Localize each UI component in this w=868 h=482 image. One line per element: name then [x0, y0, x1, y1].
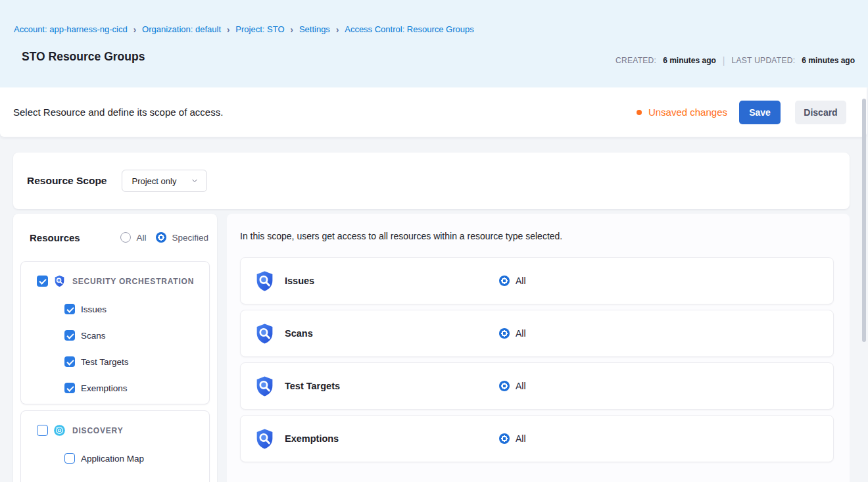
radio-all[interactable]: All — [120, 232, 146, 243]
resource-child-label: Scans — [81, 331, 106, 341]
discard-button[interactable]: Discard — [795, 101, 846, 124]
page-header: Account: app-harness-ng-cicd › Organizat… — [0, 0, 868, 87]
chevron-right-icon: › — [133, 24, 136, 35]
chevron-right-icon: › — [227, 24, 229, 35]
shield-scan-icon — [254, 375, 276, 397]
access-radio-all[interactable]: All — [499, 328, 526, 339]
meta-divider: | — [723, 55, 725, 66]
vertical-scrollbar[interactable] — [862, 99, 866, 342]
shield-scan-icon — [53, 275, 66, 287]
page-title: STO Resource Groups — [22, 50, 145, 64]
scope-detail-panel: In this scope, users get access to all r… — [227, 214, 850, 482]
resource-row-label: Test Targets — [285, 381, 499, 391]
access-radio-label: All — [516, 433, 526, 444]
radio-all-icon[interactable] — [120, 232, 131, 243]
radio-specified-label: Specified — [172, 233, 208, 243]
checkbox-icon[interactable] — [64, 356, 75, 367]
toolbar-description: Select Resource and define its scope of … — [13, 107, 637, 118]
resource-row-scans: Scans All — [240, 310, 834, 357]
breadcrumb-access-control[interactable]: Access Control: Resource Groups — [345, 24, 474, 34]
resource-row-label: Scans — [285, 328, 499, 339]
access-radio-label: All — [516, 381, 526, 391]
record-meta: CREATED: 6 minutes ago | LAST UPDATED: 6… — [615, 55, 855, 66]
access-radio-all[interactable]: All — [499, 381, 526, 391]
resource-child-label: Exemptions — [81, 383, 128, 393]
access-radio-label: All — [516, 328, 526, 339]
checkbox-icon[interactable] — [64, 330, 75, 341]
group-checkbox[interactable] — [37, 425, 48, 436]
access-radio-all[interactable]: All — [499, 276, 526, 286]
discovery-icon — [53, 424, 66, 437]
action-toolbar: Select Resource and define its scope of … — [0, 87, 867, 137]
resources-title: Resources — [30, 232, 110, 243]
resource-row-exemptions: Exemptions All — [240, 415, 834, 462]
unsaved-changes-label: Unsaved changes — [648, 107, 727, 118]
chevron-down-icon — [191, 177, 199, 185]
resource-scope-selected-value: Project only — [132, 176, 176, 186]
breadcrumb-account[interactable]: Account: app-harness-ng-cicd — [14, 24, 128, 34]
resource-scope-select[interactable]: Project only — [122, 170, 207, 192]
radio-all-label: All — [136, 233, 146, 243]
resource-group-security-orchestration: SECURITY ORCHESTRATION Issues Scans Test… — [20, 261, 210, 404]
breadcrumb-organization[interactable]: Organization: default — [142, 24, 221, 34]
group-label: SECURITY ORCHESTRATION — [72, 277, 194, 286]
shield-scan-icon — [254, 428, 276, 450]
radio-specified[interactable]: Specified — [156, 232, 208, 243]
resource-row-issues: Issues All — [240, 257, 834, 304]
checkbox-icon[interactable] — [64, 304, 75, 314]
unsaved-changes-indicator: Unsaved changes — [637, 107, 727, 118]
resource-child-label: Issues — [81, 304, 107, 314]
created-value: 6 minutes ago — [663, 56, 716, 65]
breadcrumb: Account: app-harness-ng-cicd › Organizat… — [14, 24, 474, 34]
resource-checkbox-scans[interactable]: Scans — [21, 322, 209, 349]
save-button[interactable]: Save — [739, 101, 781, 124]
resource-row-label: Exemptions — [285, 433, 499, 444]
access-radio-all[interactable]: All — [499, 433, 526, 444]
access-radio-label: All — [516, 276, 526, 286]
resource-row-label: Issues — [285, 276, 499, 286]
last-updated-value: 6 minutes ago — [802, 56, 855, 65]
breadcrumb-project[interactable]: Project: STO — [235, 24, 284, 34]
created-label: CREATED: — [615, 56, 656, 65]
radio-selected-icon[interactable] — [499, 276, 510, 286]
radio-selected-icon[interactable] — [499, 381, 510, 391]
shield-scan-icon — [254, 270, 276, 292]
group-header[interactable]: DISCOVERY — [21, 411, 209, 441]
radio-selected-icon[interactable] — [499, 328, 510, 339]
resource-scope-label: Resource Scope — [27, 175, 107, 187]
resource-row-test-targets: Test Targets All — [240, 362, 834, 410]
last-updated-label: LAST UPDATED: — [732, 56, 796, 65]
resource-scope-card: Resource Scope Project only — [13, 153, 850, 209]
radio-specified-icon[interactable] — [156, 232, 166, 243]
resource-child-label: Test Targets — [81, 357, 129, 367]
scope-description: In this scope, users get access to all r… — [240, 231, 836, 241]
shield-scan-icon — [254, 323, 276, 345]
group-checkbox[interactable] — [37, 276, 48, 287]
resources-panel: Resources All Specified SECURITY ORCHEST… — [13, 214, 217, 482]
checkbox-icon[interactable] — [64, 453, 75, 464]
breadcrumb-settings[interactable]: Settings — [299, 24, 330, 34]
unsaved-dot-icon — [637, 110, 642, 115]
group-header[interactable]: SECURITY ORCHESTRATION — [21, 262, 209, 291]
resources-panel-header: Resources All Specified — [20, 214, 210, 261]
resource-checkbox-issues[interactable]: Issues — [21, 296, 209, 322]
resource-group-discovery: DISCOVERY Application Map — [20, 410, 210, 482]
resource-checkbox-test-targets[interactable]: Test Targets — [21, 349, 209, 375]
group-label: DISCOVERY — [72, 426, 123, 435]
chevron-right-icon: › — [336, 24, 339, 35]
checkbox-icon[interactable] — [64, 383, 75, 393]
radio-selected-icon[interactable] — [499, 433, 510, 444]
resource-child-label: Application Map — [81, 454, 144, 464]
chevron-right-icon: › — [291, 24, 293, 35]
resource-checkbox-exemptions[interactable]: Exemptions — [21, 375, 209, 401]
resource-checkbox-application-map[interactable]: Application Map — [21, 445, 209, 471]
